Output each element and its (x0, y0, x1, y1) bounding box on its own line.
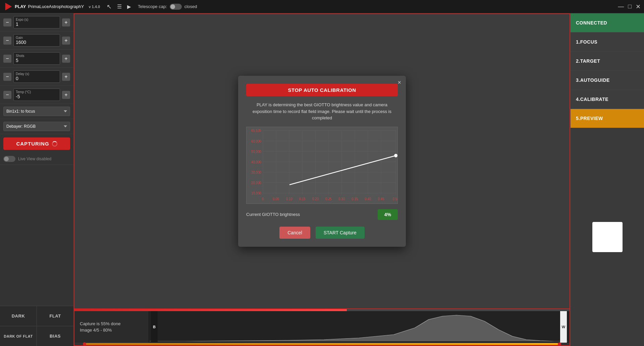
svg-text:20,000: 20,000 (251, 181, 261, 184)
app-name: PrimaLuceAstrophotographY (28, 4, 84, 9)
bias-button[interactable]: BIAS (37, 326, 73, 346)
modal-description: PLAY is determining the best GIOTTO brig… (246, 102, 398, 121)
range-track (85, 343, 559, 345)
expo-value: 1 (16, 21, 58, 27)
left-panel: − Expo (s) 1 + − Gain 1600 + − Shots 5 + (0, 13, 74, 346)
preview-thumbnail (592, 222, 623, 252)
main-layout: − Expo (s) 1 + − Gain 1600 + − Shots 5 + (0, 13, 644, 346)
flat-button[interactable]: FLAT (37, 306, 73, 326)
gain-plus-button[interactable]: + (62, 37, 70, 45)
shots-control: − Shots 5 + (0, 50, 73, 68)
dark-of-flat-button[interactable]: DARK OF FLAT (0, 326, 37, 346)
brightness-row: Current GIOTTO brightness 4% (246, 209, 398, 220)
sliders-icon[interactable]: ☰ (117, 3, 122, 10)
gain-value: 1600 (16, 40, 58, 45)
image-info-label: Image 4/5 - 80% (80, 328, 143, 333)
temp-value: -5 (16, 94, 58, 99)
svg-text:60,000: 60,000 (251, 139, 261, 143)
delay-minus-button[interactable]: − (3, 73, 11, 81)
temp-label: Temp (°C) (16, 90, 58, 94)
svg-text:0.25: 0.25 (325, 197, 332, 200)
window-controls: — □ ✕ (618, 3, 641, 10)
live-view-label: Live View disabled (18, 157, 51, 161)
preview-button[interactable]: 5.PREVIEW (571, 109, 644, 128)
autoguide-button[interactable]: 3.AUTOGUIDE (571, 71, 644, 90)
modal-actions: Cancel START Capture (246, 227, 398, 239)
shots-plus-button[interactable]: + (62, 55, 70, 63)
expo-minus-button[interactable]: − (3, 18, 11, 26)
svg-text:65,535: 65,535 (251, 129, 261, 132)
gain-input[interactable]: Gain 1600 (13, 34, 60, 47)
expo-plus-button[interactable]: + (62, 18, 70, 26)
dark-button[interactable]: DARK (0, 306, 37, 326)
calibration-chart: 65,535 60,000 50,000 40,000 30,000 20,00… (246, 127, 398, 204)
app-brand: PLAY PrimaLuceAstrophotographY v 1.4.0 (3, 2, 100, 11)
svg-line-36 (289, 156, 396, 185)
range-left-handle[interactable] (83, 342, 86, 346)
right-panel: CONNECTED 1.FOCUS 2.TARGET 3.AUTOGUIDE 4… (570, 13, 644, 346)
start-capture-button[interactable]: START Capture (316, 227, 365, 239)
capture-spinner (52, 141, 57, 147)
modal-close-button[interactable]: × (397, 79, 401, 86)
svg-text:40,000: 40,000 (251, 160, 261, 164)
svg-text:0.20: 0.20 (312, 197, 319, 200)
play-logo-icon (3, 2, 13, 11)
range-right-handle[interactable] (558, 342, 561, 346)
maximize-icon[interactable]: □ (628, 3, 632, 10)
connected-button[interactable]: CONNECTED (571, 13, 644, 33)
bin-select[interactable]: Bin1x1: to focus (3, 107, 70, 116)
svg-text:0.40: 0.40 (365, 197, 371, 200)
temp-input[interactable]: Temp (°C) -5 (13, 89, 60, 101)
svg-text:50,000: 50,000 (251, 150, 261, 153)
titlebar: PLAY PrimaLuceAstrophotographY v 1.4.0 ↖… (0, 0, 644, 13)
capture-button[interactable]: CAPTURING (3, 137, 70, 150)
export-icon[interactable]: ▶ (127, 4, 131, 10)
shots-minus-button[interactable]: − (3, 55, 11, 63)
modal-overlay: × STOP AUTO CALIBRATION PLAY is determin… (74, 14, 570, 308)
stop-auto-calibration-button[interactable]: STOP AUTO CALIBRATION (246, 84, 398, 96)
cursor-icon[interactable]: ↖ (107, 3, 112, 10)
expo-input[interactable]: Expo (s) 1 (13, 16, 60, 28)
svg-text:0.05: 0.05 (273, 197, 279, 200)
black-point-marker[interactable]: B (151, 311, 158, 343)
telescope-cap-section: Telescope cap: closed (138, 4, 197, 10)
svg-point-37 (394, 154, 397, 157)
gain-minus-button[interactable]: − (3, 37, 11, 45)
target-button[interactable]: 2.TARGET (571, 52, 644, 71)
focus-button[interactable]: 1.FOCUS (571, 33, 644, 52)
bottom-info: Capture is 55% done Image 4/5 - 80% B W (74, 311, 570, 343)
shots-value: 5 (16, 58, 58, 63)
telescope-cap-label: Telescope cap: (138, 4, 167, 9)
white-point-marker[interactable]: W (560, 311, 567, 343)
temp-control: − Temp (°C) -5 + (0, 86, 73, 104)
delay-control: − Delay (s) 0 + (0, 68, 73, 86)
delay-input[interactable]: Delay (s) 0 (13, 70, 60, 83)
telescope-cap-toggle[interactable] (170, 4, 182, 10)
svg-text:0.10: 0.10 (286, 197, 292, 200)
capture-info: Capture is 55% done Image 4/5 - 80% (74, 311, 148, 343)
svg-text:30,000: 30,000 (251, 170, 261, 174)
temp-plus-button[interactable]: + (62, 91, 70, 99)
expo-label: Expo (s) (16, 18, 58, 21)
telescope-cap-status: closed (184, 4, 197, 9)
temp-minus-button[interactable]: − (3, 91, 11, 99)
svg-text:0.30: 0.30 (338, 197, 345, 200)
live-view-toggle[interactable] (3, 156, 15, 162)
image-preview: × STOP AUTO CALIBRATION PLAY is determin… (74, 14, 570, 308)
calibration-modal: × STOP AUTO CALIBRATION PLAY is determin… (238, 76, 406, 247)
svg-text:0.45: 0.45 (378, 197, 384, 200)
debayer-select[interactable]: Debayer: RGGB (3, 122, 70, 131)
svg-text:0.15: 0.15 (299, 197, 306, 200)
cancel-button[interactable]: Cancel (279, 227, 310, 239)
right-preview-area (571, 128, 644, 346)
shots-input[interactable]: Shots 5 (13, 52, 60, 65)
delay-value: 0 (16, 76, 58, 81)
delay-label: Delay (s) (16, 72, 58, 76)
brightness-label: Current GIOTTO brightness (246, 212, 300, 217)
svg-text:0.50: 0.50 (393, 197, 397, 200)
close-icon[interactable]: ✕ (636, 3, 641, 10)
calibrate-button[interactable]: 4.CALIBRATE (571, 90, 644, 109)
delay-plus-button[interactable]: + (62, 73, 70, 81)
minimize-icon[interactable]: — (618, 3, 624, 10)
debayer-select-row: Debayer: RGGB (0, 119, 73, 134)
